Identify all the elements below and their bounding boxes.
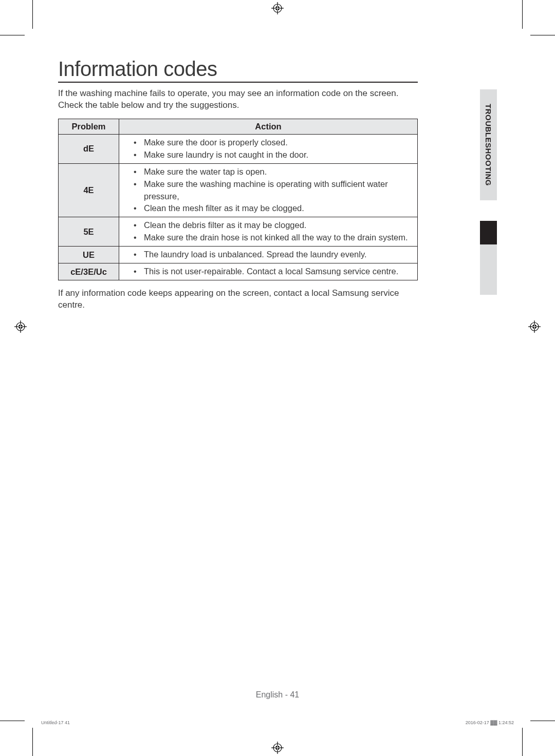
action-cell: This is not user-repairable. Contact a l…	[119, 263, 418, 280]
action-cell: Make sure the water tap is open. Make su…	[119, 163, 418, 217]
table-row: cE/3E/Uc This is not user-repairable. Co…	[59, 263, 418, 280]
table-row: 4E Make sure the water tap is open. Make…	[59, 163, 418, 217]
code-cell: UE	[59, 247, 119, 263]
crop-mark	[522, 728, 523, 756]
table-header-row: Problem Action	[59, 119, 418, 134]
footer-right: 2016-02-17 ▓▓ 1:24:52	[466, 720, 514, 725]
page-content: Information codes If the washing machine…	[58, 58, 418, 311]
registration-mark-icon	[528, 320, 541, 333]
action-item: The laundry load is unbalanced. Spread t…	[134, 249, 413, 261]
action-item: Make sure the drain hose is not kinked a…	[134, 232, 413, 244]
registration-mark-icon	[271, 2, 284, 14]
action-item: Make sure the door is properly closed.	[134, 137, 413, 149]
page-number: English - 41	[0, 690, 555, 700]
action-item: This is not user-repairable. Contact a l…	[134, 266, 413, 278]
section-tab: TROUBLESHOOTING	[480, 89, 497, 200]
footer-left: Untitled-17 41	[41, 720, 70, 725]
crop-mark	[32, 728, 33, 756]
intro-paragraph: If the washing machine fails to operate,…	[58, 88, 418, 111]
section-tab-marker	[480, 221, 497, 244]
outro-paragraph: If any information code keeps appearing …	[58, 288, 418, 311]
crop-mark	[32, 0, 33, 29]
code-cell: dE	[59, 134, 119, 163]
table-row: 5E Clean the debris filter as it may be …	[59, 217, 418, 247]
section-tab-filler	[480, 244, 497, 295]
action-cell: The laundry load is unbalanced. Spread t…	[119, 247, 418, 263]
crop-mark	[0, 35, 25, 35]
crop-mark	[0, 721, 25, 721]
crop-mark	[530, 35, 555, 35]
section-tab-label: TROUBLESHOOTING	[484, 104, 493, 186]
table-row: dE Make sure the door is properly closed…	[59, 134, 418, 163]
action-cell: Make sure the door is properly closed. M…	[119, 134, 418, 163]
action-item: Make sure the washing machine is operati…	[134, 178, 413, 203]
action-item: Clean the debris filter as it may be clo…	[134, 219, 413, 232]
header-problem: Problem	[59, 119, 119, 134]
registration-mark-icon	[271, 742, 284, 754]
page-title: Information codes	[58, 58, 418, 83]
registration-mark-icon	[14, 320, 27, 333]
crop-mark	[522, 0, 523, 29]
action-item: Clean the mesh filter as it may be clogg…	[134, 202, 413, 215]
action-item: Make sure the water tap is open.	[134, 166, 413, 178]
table-row: UE The laundry load is unbalanced. Sprea…	[59, 247, 418, 263]
action-cell: Clean the debris filter as it may be clo…	[119, 217, 418, 247]
info-codes-table: Problem Action dE Make sure the door is …	[58, 119, 418, 280]
crop-mark	[530, 721, 555, 721]
action-item: Make sure laundry is not caught in the d…	[134, 149, 413, 161]
header-action: Action	[119, 119, 418, 134]
section-tab-group: TROUBLESHOOTING	[480, 89, 497, 295]
code-cell: 5E	[59, 217, 119, 247]
code-cell: 4E	[59, 163, 119, 217]
code-cell: cE/3E/Uc	[59, 263, 119, 280]
